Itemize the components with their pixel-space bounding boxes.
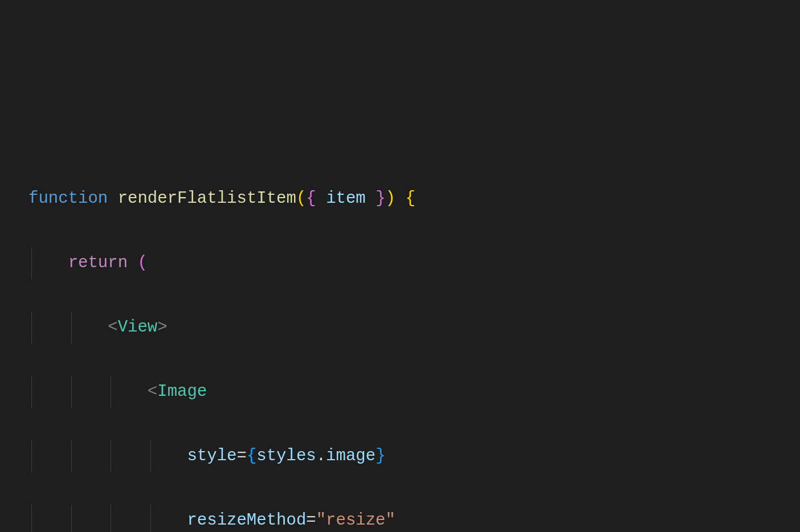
keyword-function: function [28, 189, 108, 208]
keyword-return: return [68, 253, 128, 272]
code-line: function renderFlatlistItem({ item }) { [28, 183, 772, 215]
jsx-bracket: < [148, 382, 157, 401]
paren-open: ( [137, 253, 147, 272]
jsx-bracket: > [157, 318, 167, 337]
function-name: renderFlatlistItem [118, 189, 296, 208]
jsx-attr: resizeMethod [187, 511, 306, 530]
code-line: return ( [28, 247, 772, 280]
object-ref: styles [256, 447, 316, 465]
jsx-brace: { [247, 447, 256, 465]
equals: = [306, 511, 316, 530]
jsx-attr: style [187, 447, 236, 465]
parameter: item [326, 189, 366, 208]
paren-open: ( [296, 189, 306, 208]
code-line: <View> [28, 312, 772, 344]
body-brace-open: { [405, 189, 415, 208]
brace-open: { [306, 189, 316, 208]
code-editor[interactable]: function renderFlatlistItem({ item }) { … [28, 150, 772, 532]
brace-close: } [375, 189, 385, 208]
jsx-brace: } [375, 447, 385, 465]
equals: = [236, 447, 246, 465]
code-line: style={styles.image} [28, 440, 772, 473]
property: image [326, 447, 375, 465]
paren-close: ) [386, 189, 395, 208]
code-line: resizeMethod="resize" [28, 505, 772, 532]
string-literal: "resize" [316, 511, 395, 530]
jsx-bracket: < [108, 318, 117, 337]
dot: . [316, 447, 326, 465]
code-line: <Image [28, 376, 772, 408]
jsx-component: Image [157, 382, 207, 401]
jsx-component: View [118, 318, 158, 337]
